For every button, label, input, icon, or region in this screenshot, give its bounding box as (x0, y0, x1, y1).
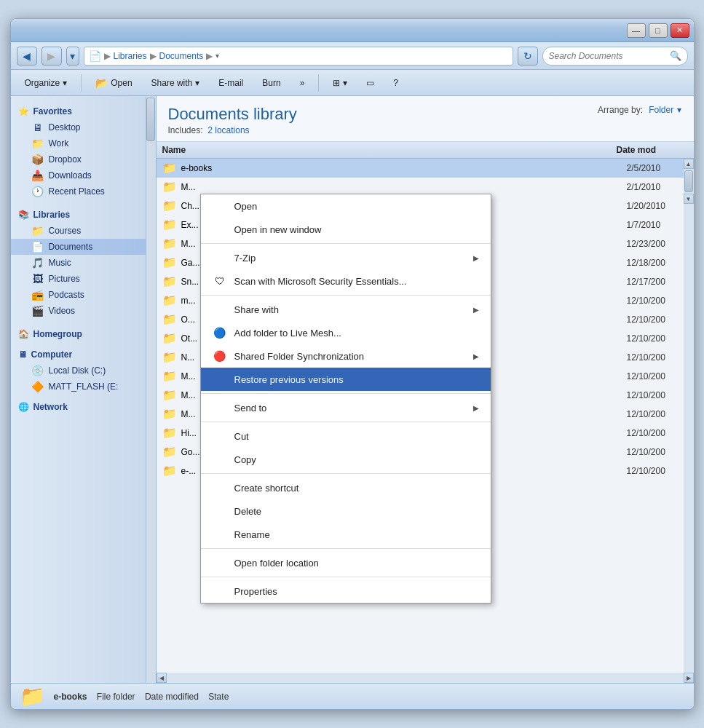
folder-icon: 📁 (162, 407, 177, 421)
ctx-copy-label: Copy (234, 454, 256, 465)
ctx-open-new-window[interactable]: Open in new window (201, 218, 491, 241)
ctx-cut[interactable]: Cut (201, 424, 491, 448)
ctx-open[interactable]: Open (201, 194, 491, 218)
sidebar-item-music[interactable]: 🎵 Music (11, 255, 156, 271)
search-input[interactable] (549, 51, 667, 61)
col-date-header[interactable]: Date mod (611, 145, 684, 155)
sidebar-item-label: Local Disk (C:) (49, 365, 106, 376)
maximize-button[interactable]: □ (649, 23, 668, 38)
folder-icon: 📁 (162, 199, 177, 213)
col-name-header[interactable]: Name (157, 145, 611, 155)
minimize-button[interactable]: — (627, 23, 646, 38)
ctx-create-shortcut[interactable]: Create shortcut (201, 476, 491, 499)
ctx-open-folder-location[interactable]: Open folder location (201, 551, 491, 574)
libraries-section[interactable]: 📚 Libraries (11, 205, 156, 223)
pictures-icon: 🖼 (31, 273, 44, 285)
share-with-button[interactable]: Share with ▾ (143, 73, 208, 93)
sidebar-item-videos[interactable]: 🎬 Videos (11, 303, 156, 319)
arrange-dropdown[interactable]: Folder ▾ (649, 105, 681, 115)
ctx-cut-label: Cut (234, 431, 249, 442)
sidebar-item-dropbox[interactable]: 📦 Dropbox (11, 151, 156, 167)
help-button[interactable]: ? (385, 73, 406, 93)
status-name: e-books (54, 692, 87, 702)
table-row[interactable]: 📁 e-books 2/5/2010 (157, 159, 694, 178)
scroll-down-button[interactable]: ▼ (684, 194, 694, 204)
flash-icon: 🔶 (31, 381, 44, 392)
pane-button[interactable]: ▭ (358, 73, 382, 93)
folder-icon: 📁 (162, 388, 177, 402)
homegroup-section[interactable]: 🏠 Homegroup (11, 325, 156, 342)
sidebar-item-courses[interactable]: 📁 Courses (11, 223, 156, 239)
search-bar[interactable]: 🔍 (542, 47, 688, 66)
burn-button[interactable]: Burn (254, 73, 288, 93)
forward-button[interactable]: ▶ (41, 47, 62, 66)
ctx-cut-icon (213, 429, 227, 443)
scroll-thumb[interactable] (684, 170, 693, 192)
ctx-rename[interactable]: Rename (201, 523, 491, 546)
dropdown-arrow-button[interactable]: ▾ (66, 47, 79, 66)
sidebar-item-documents[interactable]: 📄 Documents (11, 239, 156, 255)
ctx-share-with[interactable]: Share with ▶ (201, 298, 491, 321)
folder-icon: 📁 (162, 426, 177, 440)
folder-icon: 📁 (162, 274, 177, 288)
locations-link[interactable]: 2 locations (207, 125, 249, 135)
status-folder-icon: 📁 (20, 684, 45, 708)
sidebar-item-desktop[interactable]: 🖥 Desktop (11, 119, 156, 135)
ctx-live-mesh[interactable]: 🔵 Add folder to Live Mesh... (201, 321, 491, 344)
sidebar-item-flash[interactable]: 🔶 MATT_FLASH (E: (11, 379, 156, 395)
ctx-sync-icon: 🔴 (213, 349, 227, 363)
documents-icon: 📄 (31, 241, 44, 253)
breadcrumb-libraries[interactable]: Libraries (114, 51, 147, 61)
ctx-send-to[interactable]: Send to ▶ (201, 396, 491, 419)
horizontal-scrollbar[interactable]: ◀ ▶ (157, 673, 694, 683)
favorites-section[interactable]: ⭐ Favorites (11, 102, 156, 119)
sidebar-item-downloads[interactable]: 📥 Downloads (11, 167, 156, 183)
ctx-shared-folder-sync[interactable]: 🔴 Shared Folder Synchronization ▶ (201, 344, 491, 368)
ctx-open-new-icon (213, 222, 227, 237)
ctx-properties[interactable]: Properties (201, 579, 491, 603)
sidebar-item-podcasts[interactable]: 📻 Podcasts (11, 287, 156, 303)
folder-icon: 📁 (162, 180, 177, 194)
sidebar-item-recent-places[interactable]: 🕐 Recent Places (11, 183, 156, 199)
sidebar-item-pictures[interactable]: 🖼 Pictures (11, 271, 156, 287)
ctx-delete[interactable]: Delete (201, 499, 491, 523)
title-bar-buttons: — □ ✕ (627, 23, 689, 38)
status-bar: 📁 e-books File folder Date modified Stat… (11, 683, 694, 709)
sidebar-item-label: Work (49, 138, 69, 149)
sidebar-item-local-disk[interactable]: 💿 Local Disk (C:) (11, 363, 156, 379)
organize-button[interactable]: Organize ▾ (17, 73, 76, 93)
email-button[interactable]: E-mail (210, 73, 251, 93)
view-dropdown-icon: ▾ (343, 78, 347, 88)
ctx-copy-icon (213, 452, 227, 467)
ctx-copy[interactable]: Copy (201, 448, 491, 471)
view-button[interactable]: ⊞ ▾ (325, 73, 355, 93)
open-icon: 📂 (95, 77, 108, 89)
sidebar-item-label: Podcasts (49, 290, 84, 300)
sidebar-item-work[interactable]: 📁 Work (11, 135, 156, 151)
pane-icon: ▭ (366, 78, 374, 88)
ctx-restore-versions[interactable]: Restore previous versions (201, 368, 491, 391)
ctx-send-arrow: ▶ (473, 404, 479, 412)
breadcrumb-dropdown[interactable]: ▾ (215, 52, 219, 60)
more-button[interactable]: » (292, 73, 313, 93)
back-button[interactable]: ◀ (17, 47, 37, 66)
address-bar: ◀ ▶ ▾ 📄 ▶ Libraries ▶ Documents ▶ ▾ ↻ 🔍 (11, 42, 694, 70)
sidebar-scrollbar[interactable] (146, 96, 156, 683)
library-header: Documents library Includes: 2 locations … (157, 96, 694, 142)
network-label: Network (33, 402, 68, 412)
network-section[interactable]: 🌐 Network (11, 397, 156, 415)
scroll-right-button[interactable]: ▶ (684, 673, 694, 683)
sidebar-item-label: MATT_FLASH (E: (49, 381, 119, 392)
scroll-left-button[interactable]: ◀ (157, 673, 167, 683)
ctx-scan[interactable]: 🛡 Scan with Microsoft Security Essential… (201, 269, 491, 293)
scroll-up-button[interactable]: ▲ (684, 159, 694, 169)
breadcrumb-documents[interactable]: Documents (159, 51, 204, 61)
ctx-delete-icon (213, 504, 227, 518)
open-button[interactable]: 📂 Open (87, 73, 140, 93)
ctx-open-icon (213, 199, 227, 213)
close-button[interactable]: ✕ (671, 23, 689, 38)
refresh-button[interactable]: ↻ (518, 47, 538, 66)
file-list-scrollbar[interactable]: ▲ ▼ (684, 159, 694, 673)
computer-section[interactable]: 🖥 Computer (11, 345, 156, 363)
ctx-7zip[interactable]: 7-Zip ▶ (201, 246, 491, 269)
